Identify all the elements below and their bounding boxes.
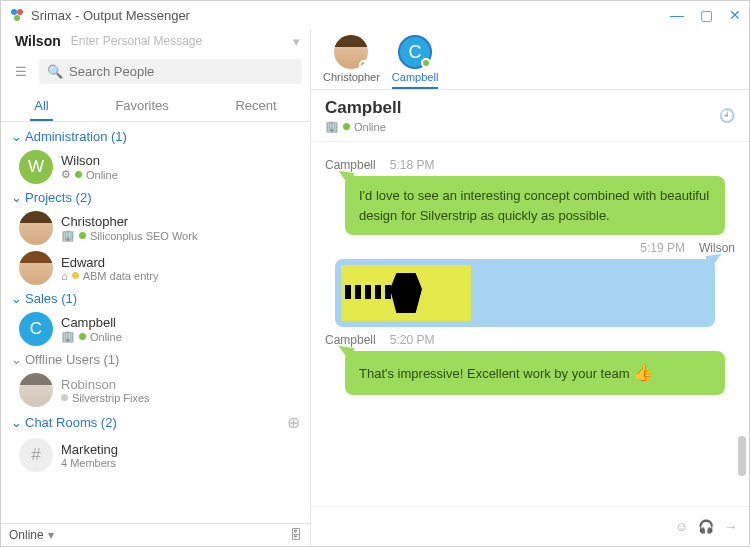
message-text: That's impressive! Excellent work by you…	[359, 366, 633, 381]
avatar	[19, 373, 53, 407]
status-bar[interactable]: Online ▾ 🗄	[1, 523, 310, 546]
message-time: 5:20 PM	[390, 333, 435, 347]
chevron-down-icon: ⌄	[11, 291, 25, 306]
history-icon[interactable]: 🕘	[719, 108, 735, 123]
image-attachment[interactable]	[341, 265, 471, 321]
group-label: Chat Rooms (2)	[25, 415, 117, 430]
current-user-name: Wilson	[15, 33, 61, 49]
svg-point-0	[11, 9, 17, 15]
room-members: 4 Members	[61, 457, 116, 469]
contact-name: Wilson	[61, 153, 118, 168]
tab-recent[interactable]: Recent	[231, 92, 280, 121]
group-projects[interactable]: ⌄Projects (2)	[1, 187, 310, 208]
contact-status: ABM data entry	[83, 270, 159, 282]
status-dot	[343, 123, 350, 130]
contact-status: Silverstrip Fixes	[72, 392, 150, 404]
search-box[interactable]: 🔍	[39, 59, 302, 84]
group-label: Projects (2)	[25, 190, 91, 205]
status-dot	[75, 171, 82, 178]
window-title: Srimax - Output Messenger	[31, 8, 670, 23]
group-chat-rooms[interactable]: ⌄Chat Rooms (2)⊕	[1, 410, 310, 435]
chat-title: Campbell	[325, 98, 402, 118]
contact-christopher[interactable]: Christopher🏢Siliconplus SEO Work	[1, 208, 310, 248]
message-input-bar[interactable]: ☺ 🎧 →	[311, 506, 749, 546]
status-dot	[79, 333, 86, 340]
svg-point-2	[14, 15, 20, 21]
message-bubble-incoming: That's impressive! Excellent work by you…	[345, 351, 725, 395]
contact-status: Online	[90, 331, 122, 343]
contact-name: Robinson	[61, 377, 150, 392]
menu-icon[interactable]: ☰	[9, 60, 33, 83]
contact-wilson[interactable]: W Wilson⚙Online	[1, 147, 310, 187]
status-dot	[79, 232, 86, 239]
profile-row[interactable]: Wilson Enter Personal Message ▾	[1, 29, 310, 55]
room-name: Marketing	[61, 442, 118, 457]
tab-all[interactable]: All	[30, 92, 52, 121]
message-bubble-incoming: I'd love to see an interesting concept c…	[345, 176, 725, 235]
chat-tab-campbell[interactable]: C Campbell	[392, 35, 438, 89]
presence-dot	[421, 58, 431, 68]
group-label: Sales (1)	[25, 291, 77, 306]
scrollbar[interactable]	[737, 142, 747, 506]
message-meta: Campbell5:18 PM	[325, 158, 735, 172]
chevron-down-icon[interactable]: ▾	[293, 34, 300, 49]
chevron-down-icon: ⌄	[11, 415, 25, 430]
contact-name: Campbell	[61, 315, 122, 330]
building-icon: 🏢	[61, 330, 75, 343]
sidebar: Wilson Enter Personal Message ▾ ☰ 🔍 All …	[1, 29, 311, 546]
titlebar: Srimax - Output Messenger — ▢ ✕	[1, 1, 749, 29]
message-meta: 5:19 PMWilson	[325, 241, 735, 255]
tab-favorites[interactable]: Favorites	[111, 92, 172, 121]
room-marketing[interactable]: # Marketing4 Members	[1, 435, 310, 475]
chat-tab-label: Christopher	[323, 71, 380, 83]
message-meta: Campbell5:20 PM	[325, 333, 735, 347]
scrollbar-thumb[interactable]	[738, 436, 746, 476]
chat-tab-label: Campbell	[392, 71, 438, 83]
group-sales[interactable]: ⌄Sales (1)	[1, 288, 310, 309]
group-label: Offline Users (1)	[25, 352, 119, 367]
chat-status: Online	[354, 121, 386, 133]
contact-status: Online	[86, 169, 118, 181]
chevron-down-icon: ⌄	[11, 129, 25, 144]
home-icon: ⌂	[61, 270, 68, 282]
search-input[interactable]	[69, 64, 294, 79]
contact-status: Siliconplus SEO Work	[90, 230, 197, 242]
chevron-down-icon[interactable]: ▾	[48, 528, 54, 542]
chat-tab-christopher[interactable]: Christopher	[323, 35, 380, 89]
send-icon[interactable]: →	[724, 519, 737, 534]
group-administration[interactable]: ⌄Administration (1)	[1, 126, 310, 147]
svg-point-1	[17, 9, 23, 15]
message-list[interactable]: Campbell5:18 PM I'd love to see an inter…	[311, 142, 749, 506]
personal-message-input[interactable]: Enter Personal Message	[71, 34, 293, 48]
contact-edward[interactable]: Edward⌂ABM data entry	[1, 248, 310, 288]
presence-dot	[359, 60, 368, 69]
message-sender: Campbell	[325, 158, 376, 172]
minimize-button[interactable]: —	[670, 7, 684, 23]
app-logo-icon	[9, 7, 25, 23]
emoji-icon[interactable]: ☺	[675, 519, 688, 534]
contact-campbell[interactable]: C Campbell🏢Online	[1, 309, 310, 349]
sidebar-tabs: All Favorites Recent	[1, 92, 310, 122]
message-bubble-outgoing[interactable]	[335, 259, 715, 327]
avatar: W	[19, 150, 53, 184]
chevron-down-icon: ⌄	[11, 352, 25, 367]
headset-icon[interactable]: 🎧	[698, 519, 714, 534]
avatar: C	[398, 35, 432, 69]
message-time: 5:19 PM	[640, 241, 685, 255]
server-icon[interactable]: 🗄	[290, 528, 302, 542]
status-text: Online	[9, 528, 44, 542]
group-label: Administration (1)	[25, 129, 127, 144]
contact-robinson[interactable]: RobinsonSilverstrip Fixes	[1, 370, 310, 410]
room-icon: #	[19, 438, 53, 472]
chat-tabs: Christopher C Campbell	[311, 29, 749, 90]
status-dot	[61, 394, 68, 401]
chat-header: Campbell 🏢Online 🕘	[311, 90, 749, 142]
search-icon: 🔍	[47, 64, 63, 79]
contact-tree: ⌄Administration (1) W Wilson⚙Online ⌄Pro…	[1, 122, 310, 523]
group-offline[interactable]: ⌄Offline Users (1)	[1, 349, 310, 370]
add-room-icon[interactable]: ⊕	[287, 413, 300, 432]
close-button[interactable]: ✕	[729, 7, 741, 23]
message-sender: Wilson	[699, 241, 735, 255]
building-icon: 🏢	[325, 120, 339, 133]
maximize-button[interactable]: ▢	[700, 7, 713, 23]
